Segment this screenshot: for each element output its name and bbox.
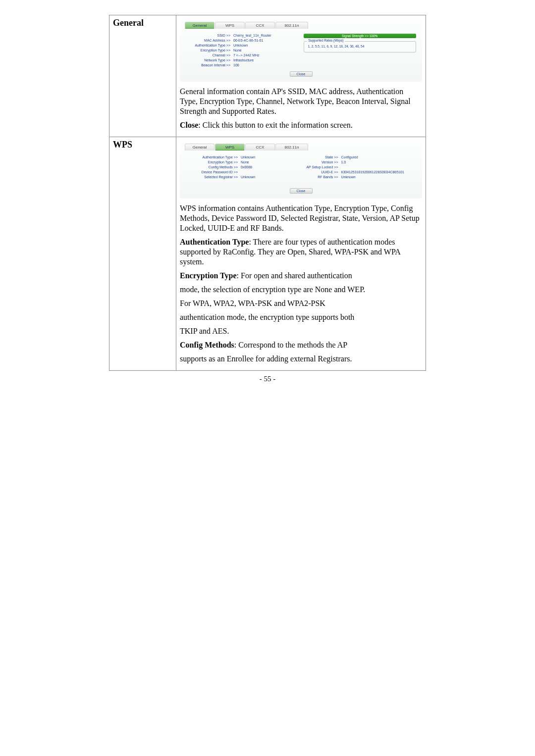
label-wps-devpw: Device Password ID >> xyxy=(186,170,241,174)
general-right-column: Signal Strength >> 100% Supported Rates … xyxy=(304,34,417,68)
value-wps-uuid: 63041253101920061228S0E04C865101 xyxy=(341,170,417,174)
value-channel: 7 <--> 2442 MHz xyxy=(233,53,299,57)
label-wps-auth: Authentication Type >> xyxy=(186,155,241,159)
close-button[interactable]: Close xyxy=(290,188,313,194)
wps-desc-enc-l1: Encryption Type: For open and shared aut… xyxy=(180,271,422,281)
general-panel: General WPS CCX 802.11n SSID >>Cherry_te… xyxy=(180,18,422,82)
tab-wps[interactable]: WPS xyxy=(215,144,245,151)
value-wps-enc: None xyxy=(241,160,299,164)
tab-general[interactable]: General xyxy=(185,144,214,151)
value-auth: Unknown xyxy=(233,44,299,47)
label-wps-enc: Encryption Type >> xyxy=(186,160,241,164)
tab-80211n[interactable]: 802.11n xyxy=(275,22,308,29)
value-wps-config: 0x0088 xyxy=(241,165,299,169)
wps-desc-enc-l2: mode, the selection of encryption type a… xyxy=(180,285,422,295)
value-wps-version: 1.0 xyxy=(341,160,417,164)
label-wps-config: Config Methods >> xyxy=(186,165,241,169)
row-label-wps: WPS xyxy=(109,137,176,371)
tab-ccx[interactable]: CCX xyxy=(245,144,275,151)
label-wps-version: Version >> xyxy=(304,160,341,164)
wps-right-column: State >>Configured Version >>1.0 AP Setu… xyxy=(304,155,417,180)
label-enc: Encryption Type >> xyxy=(186,49,233,52)
rates-legend: Supported Rates (Mbps) xyxy=(307,39,345,42)
general-desc-close: Close: Click this button to exit the inf… xyxy=(180,120,422,130)
value-wps-auth: Unknown xyxy=(241,155,299,159)
tab-bar: General WPS CCX 802.11n xyxy=(180,140,422,151)
value-wps-selreg: Unknown xyxy=(241,175,299,179)
row-label-general: General xyxy=(109,15,176,137)
wps-description: WPS information contains Authentication … xyxy=(180,203,422,364)
close-button[interactable]: Close xyxy=(290,71,313,77)
wps-left-column: Authentication Type >>Unknown Encryption… xyxy=(186,155,299,180)
panel-body: Authentication Type >>Unknown Encryption… xyxy=(180,151,422,199)
general-desc-p1: General information contain AP's SSID, M… xyxy=(180,87,422,116)
table-row-wps: WPS General WPS CCX 802.11n Authenticati… xyxy=(109,137,426,371)
label-wps-aplock: AP Setup Locked >> xyxy=(304,165,341,169)
general-description: General information contain AP's SSID, M… xyxy=(180,87,422,130)
label-beacon: Beacon Interval >> xyxy=(186,63,233,67)
wps-desc-auth: Authentication Type: There are four type… xyxy=(180,237,422,267)
label-wps-uuid: UUID-E >> xyxy=(304,170,341,174)
label-auth: Authentication Type >> xyxy=(186,44,233,47)
tab-general[interactable]: General xyxy=(185,22,214,29)
wps-desc-enc-l3: For WPA, WPA2, WPA-PSK and WPA2-PSK xyxy=(180,299,422,308)
label-wps-state: State >> xyxy=(304,155,341,159)
label-ssid: SSID >> xyxy=(186,34,233,37)
tab-ccx[interactable]: CCX xyxy=(245,22,275,29)
wps-desc-cfg-l2: supports as an Enrollee for adding exter… xyxy=(180,354,422,364)
spec-table: General General WPS CCX 802.11n SSID >>C… xyxy=(109,15,426,371)
wps-desc-enc-l5: TKIP and AES. xyxy=(180,326,422,336)
value-enc: None xyxy=(233,49,299,52)
value-beacon: 100 xyxy=(233,63,299,67)
label-mac: MAC Address >> xyxy=(186,39,233,42)
wps-desc-enc-l4: authentication mode, the encryption type… xyxy=(180,312,422,322)
document-page: General General WPS CCX 802.11n SSID >>C… xyxy=(0,0,535,393)
value-wps-state: Configured xyxy=(341,155,417,159)
tab-wps[interactable]: WPS xyxy=(215,22,245,29)
value-wps-rfbands: Unknown xyxy=(341,175,417,179)
label-wps-selreg: Selected Registrar >> xyxy=(186,175,241,179)
row-content-general: General WPS CCX 802.11n SSID >>Cherry_te… xyxy=(176,15,426,137)
rates-value: 1, 2, 5.5, 11, 6, 9, 12, 18, 24, 36, 48,… xyxy=(308,45,412,48)
panel-body: SSID >>Cherry_test_11n_Router MAC Addres… xyxy=(180,29,422,82)
wps-desc-cfg-l1: Config Methods: Correspond to the method… xyxy=(180,340,422,350)
label-ntype: Network Type >> xyxy=(186,58,233,62)
page-number: - 55 - xyxy=(109,375,426,383)
tab-bar: General WPS CCX 802.11n xyxy=(180,18,422,29)
general-left-column: SSID >>Cherry_test_11n_Router MAC Addres… xyxy=(186,34,299,68)
label-wps-rfbands: RF Bands >> xyxy=(304,175,341,179)
value-mac: 00-E0-4C-86-51-01 xyxy=(233,39,299,42)
table-row-general: General General WPS CCX 802.11n SSID >>C… xyxy=(109,15,426,137)
label-channel: Channel >> xyxy=(186,53,233,57)
wps-desc-p1: WPS information contains Authentication … xyxy=(180,203,422,233)
value-ntype: Infrastructure xyxy=(233,58,299,62)
value-ssid: Cherry_test_11n_Router xyxy=(233,34,299,37)
signal-strength-bar: Signal Strength >> 100% xyxy=(304,34,417,38)
tab-80211n[interactable]: 802.11n xyxy=(275,144,308,151)
supported-rates-fieldset: Supported Rates (Mbps) 1, 2, 5.5, 11, 6,… xyxy=(304,41,417,52)
row-content-wps: General WPS CCX 802.11n Authentication T… xyxy=(176,137,426,371)
wps-panel: General WPS CCX 802.11n Authentication T… xyxy=(180,140,422,199)
